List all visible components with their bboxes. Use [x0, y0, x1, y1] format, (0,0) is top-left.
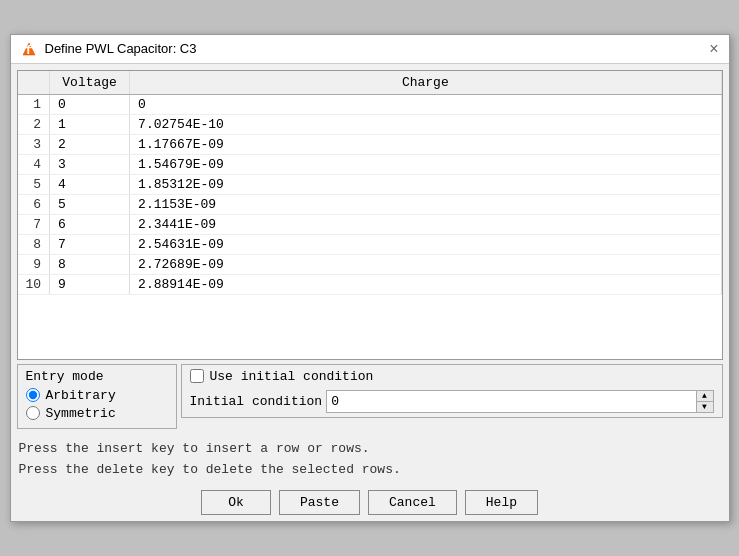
radio-symmetric[interactable]: [26, 406, 40, 420]
title-bar-left: f Define PWL Capacitor: C3: [21, 41, 197, 57]
radio-arbitrary-label: Arbitrary: [46, 388, 116, 403]
instruction-line-2: Press the delete key to delete the selec…: [19, 460, 721, 481]
title-bar: f Define PWL Capacitor: C3 ×: [11, 35, 729, 64]
window-title: Define PWL Capacitor: C3: [45, 41, 197, 56]
table-row[interactable]: 7 6 2.3441E-09: [18, 214, 722, 234]
data-table-container[interactable]: Voltage Charge 1 0 0 2 1 7.02754E-10 3 2…: [17, 70, 723, 360]
cell-voltage: 7: [50, 234, 130, 254]
data-table: Voltage Charge 1 0 0 2 1 7.02754E-10 3 2…: [18, 71, 722, 295]
svg-text:f: f: [25, 43, 33, 57]
cell-voltage: 0: [50, 94, 130, 114]
table-header-row: Voltage Charge: [18, 71, 722, 95]
table-row[interactable]: 6 5 2.1153E-09: [18, 194, 722, 214]
radio-symmetric-label: Symmetric: [46, 406, 116, 421]
close-button[interactable]: ×: [709, 41, 718, 57]
cell-voltage: 5: [50, 194, 130, 214]
radio-arbitrary[interactable]: [26, 388, 40, 402]
col-charge: Charge: [130, 71, 721, 95]
cell-index: 8: [18, 234, 50, 254]
cell-voltage: 4: [50, 174, 130, 194]
cell-voltage: 9: [50, 274, 130, 294]
table-row[interactable]: 10 9 2.88914E-09: [18, 274, 722, 294]
cell-index: 1: [18, 94, 50, 114]
cell-charge: 2.88914E-09: [130, 274, 721, 294]
instructions-area: Press the insert key to insert a row or …: [17, 435, 723, 485]
initial-condition-box: Use initial condition Initial condition …: [181, 364, 723, 418]
cell-charge: 2.1153E-09: [130, 194, 721, 214]
table-row[interactable]: 8 7 2.54631E-09: [18, 234, 722, 254]
cell-index: 3: [18, 134, 50, 154]
cell-voltage: 6: [50, 214, 130, 234]
ic-value-label: Initial condition: [190, 394, 323, 409]
cell-voltage: 8: [50, 254, 130, 274]
table-row[interactable]: 2 1 7.02754E-10: [18, 114, 722, 134]
cell-charge: 2.3441E-09: [130, 214, 721, 234]
cell-index: 5: [18, 174, 50, 194]
cell-charge: 7.02754E-10: [130, 114, 721, 134]
ic-value-row: Initial condition ▲ ▼: [190, 390, 714, 413]
cell-index: 7: [18, 214, 50, 234]
entry-mode-box: Entry mode Arbitrary Symmetric: [17, 364, 177, 429]
table-row[interactable]: 4 3 1.54679E-09: [18, 154, 722, 174]
help-button[interactable]: Help: [465, 490, 538, 515]
cell-charge: 1.17667E-09: [130, 134, 721, 154]
radio-symmetric-row: Symmetric: [26, 406, 168, 421]
ok-button[interactable]: Ok: [201, 490, 271, 515]
ic-spinner-down[interactable]: ▼: [697, 402, 713, 412]
cell-index: 6: [18, 194, 50, 214]
table-row[interactable]: 1 0 0: [18, 94, 722, 114]
entry-initial-section: Entry mode Arbitrary Symmetric Use initi…: [17, 364, 723, 429]
col-voltage: Voltage: [50, 71, 130, 95]
table-row[interactable]: 3 2 1.17667E-09: [18, 134, 722, 154]
col-index: [18, 71, 50, 95]
cell-charge: 2.72689E-09: [130, 254, 721, 274]
cell-voltage: 1: [50, 114, 130, 134]
main-window: f Define PWL Capacitor: C3 × Voltage Cha…: [10, 34, 730, 523]
paste-button[interactable]: Paste: [279, 490, 360, 515]
content-area: Voltage Charge 1 0 0 2 1 7.02754E-10 3 2…: [11, 64, 729, 522]
table-row[interactable]: 9 8 2.72689E-09: [18, 254, 722, 274]
cancel-button[interactable]: Cancel: [368, 490, 457, 515]
cell-charge: 1.85312E-09: [130, 174, 721, 194]
use-ic-checkbox[interactable]: [190, 369, 204, 383]
table-row[interactable]: 5 4 1.85312E-09: [18, 174, 722, 194]
cell-charge: 0: [130, 94, 721, 114]
cell-voltage: 3: [50, 154, 130, 174]
app-icon: f: [21, 41, 37, 57]
cell-index: 9: [18, 254, 50, 274]
entry-mode-label: Entry mode: [26, 369, 168, 384]
ic-checkbox-row: Use initial condition: [190, 369, 714, 384]
cell-index: 4: [18, 154, 50, 174]
ic-input-wrapper: ▲ ▼: [326, 390, 713, 413]
cell-charge: 2.54631E-09: [130, 234, 721, 254]
button-row: Ok Paste Cancel Help: [17, 490, 723, 515]
cell-charge: 1.54679E-09: [130, 154, 721, 174]
cell-index: 10: [18, 274, 50, 294]
ic-input[interactable]: [327, 392, 695, 411]
ic-spinner-up[interactable]: ▲: [697, 391, 713, 402]
ic-spinner: ▲ ▼: [696, 391, 713, 412]
instruction-line-1: Press the insert key to insert a row or …: [19, 439, 721, 460]
cell-index: 2: [18, 114, 50, 134]
table-body: 1 0 0 2 1 7.02754E-10 3 2 1.17667E-09 4 …: [18, 94, 722, 294]
radio-arbitrary-row: Arbitrary: [26, 388, 168, 403]
ic-checkbox-label: Use initial condition: [210, 369, 374, 384]
cell-voltage: 2: [50, 134, 130, 154]
